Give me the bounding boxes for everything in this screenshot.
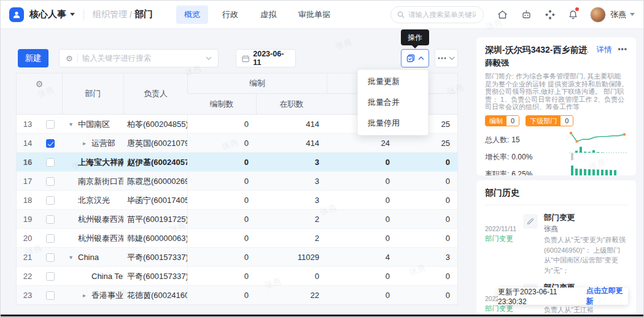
column-group-establishment: 编制 <box>187 74 327 94</box>
stat-value: 15 <box>511 136 519 144</box>
product-name[interactable]: 核心人事 <box>29 9 66 20</box>
hidden-col-2-cell: 0 <box>397 177 457 186</box>
hidden-col-2-cell: 0 <box>397 196 457 205</box>
department-detail-card: 深圳-沃尔玛3432-西乡前进... 详情 ••• 薛毅强 部门简介: 作为综合… <box>476 37 636 175</box>
row-checkbox[interactable] <box>46 158 55 167</box>
row-checkbox[interactable] <box>46 253 55 262</box>
active-count-cell: 0 <box>256 272 327 281</box>
department-cell[interactable]: 杭州银泰西湖文... <box>62 233 123 244</box>
establishment-count-cell: 0 <box>187 172 256 191</box>
row-checkbox[interactable] <box>46 196 55 205</box>
row-checkbox[interactable] <box>46 234 55 243</box>
department-cell[interactable]: China Test <box>62 272 123 281</box>
active-count-cell: 11029 <box>256 253 327 262</box>
attrition-bar-chart <box>569 164 627 175</box>
home-icon[interactable] <box>497 10 508 20</box>
table-row[interactable]: 22 China Test 平奇(600157337) 0 0 0 0 <box>17 267 457 286</box>
department-name: China <box>78 253 99 262</box>
global-search[interactable] <box>390 6 484 23</box>
department-cell[interactable]: 南京新街口百货 <box>62 176 123 187</box>
robot-icon[interactable] <box>521 10 532 20</box>
department-cell[interactable]: ▾ China <box>62 253 123 262</box>
batch-menu-item[interactable]: 批量更新 <box>358 71 428 92</box>
table-row[interactable]: 21 ▾ China 平奇(600157337) 0 11029 4 3 <box>17 248 457 267</box>
date-picker[interactable]: 2023-06-11 <box>236 49 296 67</box>
department-cell[interactable]: ▸ 运营部 <box>62 138 123 149</box>
user-avatar[interactable] <box>590 7 606 23</box>
main-content: 新建 ⚙ 2023-06-11 操作 ⚙ <box>1 29 643 316</box>
column-header-establishment-count[interactable]: 编制数 <box>187 94 256 114</box>
establishment-count-cell: 0 <box>187 153 256 172</box>
column-header-active-count[interactable]: 在职数 <box>256 94 327 114</box>
department-stats: 总人数:15 增长率:0.00% 离职率:6.25% <box>485 131 627 175</box>
page-tab[interactable]: 概览 <box>176 6 208 24</box>
establishment-count-cell: 0 <box>187 229 256 248</box>
hidden-col-1-cell: 0 <box>327 234 397 243</box>
batch-operation-button[interactable] <box>401 49 429 67</box>
page-tab[interactable]: 虚拟 <box>252 6 284 24</box>
tree-toggle-icon[interactable]: ▾ <box>69 254 78 261</box>
keyword-search-input[interactable] <box>82 54 201 63</box>
active-count-cell: 3 <box>256 196 327 205</box>
keyword-search-box[interactable]: ⚙ <box>59 49 219 67</box>
tree-toggle-icon[interactable]: ▾ <box>69 121 78 128</box>
apps-icon[interactable] <box>545 10 555 20</box>
column-header-dept[interactable]: 部门 <box>62 74 123 114</box>
card-more-icon[interactable]: ••• <box>618 45 627 53</box>
page-tab[interactable]: 行政 <box>214 6 246 24</box>
batch-menu-item[interactable]: 批量停用 <box>358 113 428 134</box>
update-now-link[interactable]: 点击立即更新 <box>586 286 628 307</box>
department-cell[interactable]: 上海宝大祥南东店 <box>62 157 123 168</box>
new-button[interactable]: 新建 <box>18 49 48 67</box>
establishment-count-cell: 0 <box>187 267 256 286</box>
row-checkbox[interactable] <box>46 291 55 300</box>
app-logo[interactable] <box>9 7 24 22</box>
table-row[interactable]: 14 ▸ 运营部 唐英国(600210794) 0 414 24 25 <box>17 134 457 153</box>
department-name: 杭州银泰西湖文... <box>78 233 123 244</box>
user-name[interactable]: 张燕 <box>610 9 626 20</box>
stat-value: 6.25% <box>511 170 532 176</box>
department-cell[interactable]: 杭州银泰西湖文... <box>62 214 123 225</box>
global-search-input[interactable] <box>408 11 476 18</box>
table-row[interactable]: 17 南京新街口百货 陈霞恩(600002694) 0 3 0 0 <box>17 172 457 191</box>
breadcrumb-parent[interactable]: 组织管理 <box>93 9 127 20</box>
table-row[interactable]: 16 上海宝大祥南东店 赵伊基(600240577) 0 3 0 0 <box>17 153 457 172</box>
user-menu-caret-icon[interactable] <box>630 13 635 18</box>
column-settings-gear-icon[interactable]: ⚙ <box>17 74 62 94</box>
product-switch-caret-icon[interactable] <box>70 13 75 18</box>
table-row[interactable]: 18 北京汉光 毕函宁(600174055) 0 3 0 0 <box>17 191 457 210</box>
row-index: 19 <box>17 215 39 224</box>
hidden-col-2-cell: 25 <box>397 139 457 148</box>
department-cell[interactable]: ▾ 中国南区 <box>62 119 123 130</box>
row-checkbox[interactable] <box>46 177 55 186</box>
bell-icon[interactable] <box>568 10 578 20</box>
chevron-down-icon[interactable] <box>206 56 212 60</box>
department-cell[interactable]: ▸ 香港事业部 <box>62 290 123 301</box>
hidden-col-1-cell: 0 <box>327 272 397 281</box>
row-index: 17 <box>17 177 39 186</box>
tree-toggle-icon[interactable]: ▸ <box>83 292 91 299</box>
batch-menu-item[interactable]: 批量合并 <box>358 92 428 113</box>
table-row[interactable]: 20 杭州银泰西湖文... 韩婕(600000063) 0 2 0 0 <box>17 229 457 248</box>
manager-cell: 赵伊基(600240577) <box>123 157 187 168</box>
row-checkbox[interactable] <box>46 215 55 224</box>
more-actions-button[interactable] <box>435 49 458 67</box>
row-checkbox[interactable] <box>46 120 55 129</box>
tree-toggle-icon[interactable]: ▸ <box>83 140 91 147</box>
filter-gear-icon[interactable]: ⚙ <box>66 55 73 63</box>
page-tab[interactable]: 审批单据 <box>290 6 338 24</box>
badge-value: 0 <box>506 116 519 126</box>
table-row[interactable]: 19 杭州银泰西湖文... 苗平(600191725) 0 2 0 0 <box>17 210 457 229</box>
row-index: 21 <box>17 253 39 262</box>
manager-cell: 平奇(600157337) <box>123 252 187 263</box>
date-value[interactable]: 2023-06-11 <box>253 50 290 67</box>
column-header-manager[interactable]: 负责人 <box>123 74 187 114</box>
calendar-icon <box>242 55 249 63</box>
table-row[interactable]: 23 ▸ 香港事业部 花德茵(600241605) 0 22 0 0 <box>17 286 457 305</box>
row-checkbox[interactable] <box>46 139 55 148</box>
department-cell[interactable]: 北京汉光 <box>62 195 123 206</box>
detail-link[interactable]: 详情 <box>596 45 611 55</box>
manager-cell: 平奇(600157337) <box>123 271 187 282</box>
hidden-col-1-cell: 0 <box>327 158 397 167</box>
row-checkbox[interactable] <box>46 272 55 281</box>
